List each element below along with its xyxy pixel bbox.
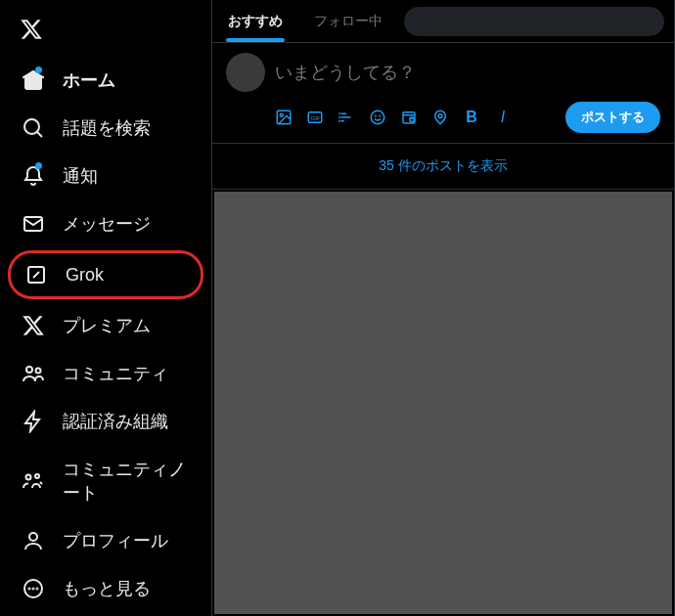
svg-point-13 [37, 589, 38, 590]
nav-grok[interactable]: Grok [8, 250, 203, 299]
nav-profile[interactable]: プロフィール [8, 519, 203, 562]
nav-label: Grok [66, 265, 104, 286]
tab-following[interactable]: フォロー中 [298, 0, 398, 42]
nav-label: コミュニティ [63, 362, 168, 385]
bold-icon[interactable]: B [463, 109, 480, 126]
bell-icon [22, 164, 45, 188]
svg-point-31 [438, 114, 442, 118]
nav-label: 話題を検索 [63, 116, 151, 140]
nav-label: メッセージ [63, 212, 151, 236]
nav-label: もっと見る [63, 577, 151, 600]
emoji-icon[interactable] [369, 109, 386, 126]
more-icon [22, 577, 45, 600]
nav-verified-orgs[interactable]: 認証済み組織 [8, 400, 203, 443]
schedule-icon[interactable] [400, 109, 418, 126]
nav-premium[interactable]: プレミアム [8, 304, 203, 347]
compose-input[interactable] [275, 63, 660, 83]
avatar[interactable] [226, 53, 265, 92]
timeline-tabs: おすすめ フォロー中 [212, 0, 674, 43]
svg-point-22 [339, 117, 340, 118]
svg-point-15 [280, 113, 283, 116]
nav-notifications[interactable]: 通知 [8, 154, 203, 198]
notif-badge-dot [35, 162, 42, 169]
poll-icon[interactable] [338, 109, 355, 126]
show-new-posts[interactable]: 35 件のポストを表示 [212, 144, 674, 190]
svg-point-6 [36, 369, 41, 374]
italic-icon[interactable]: I [494, 109, 512, 126]
nav-label: プロフィール [63, 529, 168, 552]
svg-point-8 [35, 474, 39, 478]
person-icon [22, 529, 45, 552]
compose-toolbar: GIF B I ポストする [226, 92, 660, 137]
svg-point-12 [33, 589, 34, 590]
gif-icon[interactable]: GIF [306, 109, 324, 126]
main-column: おすすめ フォロー中 GIF B I ポストする 35 件のポストを表示 [211, 0, 675, 616]
grok-icon [24, 263, 48, 286]
tab-recommended[interactable]: おすすめ [212, 0, 298, 42]
nav: ホーム 話題を検索 通知 メッセージ Grok [8, 59, 203, 610]
svg-point-11 [29, 589, 30, 590]
svg-point-0 [24, 119, 39, 134]
x-logo[interactable] [8, 8, 55, 55]
home-icon [22, 68, 45, 92]
search-pill[interactable] [404, 7, 664, 36]
svg-point-24 [371, 110, 384, 124]
svg-text:GIF: GIF [311, 115, 321, 121]
x-icon [22, 314, 45, 337]
media-icon[interactable] [275, 109, 292, 126]
envelope-icon [22, 212, 45, 236]
svg-line-1 [37, 132, 42, 137]
svg-point-7 [26, 475, 31, 480]
nav-label: ホーム [63, 68, 115, 92]
svg-point-25 [375, 115, 376, 116]
people-note-icon [22, 469, 45, 493]
nav-label: プレミアム [63, 314, 151, 337]
nav-label: 認証済み組織 [63, 410, 168, 433]
nav-messages[interactable]: メッセージ [8, 202, 203, 245]
nav-label: コミュニティノート [63, 458, 190, 505]
svg-point-9 [29, 533, 37, 541]
compose-post-button[interactable]: ポストする [565, 102, 660, 133]
nav-communities[interactable]: コミュニティ [8, 352, 203, 395]
sidebar: ホーム 話題を検索 通知 メッセージ Grok [0, 0, 211, 616]
svg-point-26 [380, 115, 381, 116]
nav-home[interactable]: ホーム [8, 59, 203, 102]
svg-point-23 [339, 120, 340, 121]
location-icon[interactable] [431, 109, 449, 126]
compose-box: GIF B I ポストする [212, 43, 674, 144]
svg-line-4 [33, 272, 39, 278]
search-icon [22, 116, 45, 140]
feed-placeholder [214, 192, 672, 614]
home-badge-dot [35, 66, 42, 73]
nav-community-notes[interactable]: コミュニティノート [8, 448, 203, 514]
people-icon [22, 362, 45, 385]
nav-explore[interactable]: 話題を検索 [8, 107, 203, 150]
nav-label: 通知 [63, 164, 98, 188]
svg-point-21 [339, 113, 340, 114]
svg-point-5 [26, 367, 32, 373]
lightning-icon [22, 410, 45, 433]
nav-more[interactable]: もっと見る [8, 567, 203, 610]
